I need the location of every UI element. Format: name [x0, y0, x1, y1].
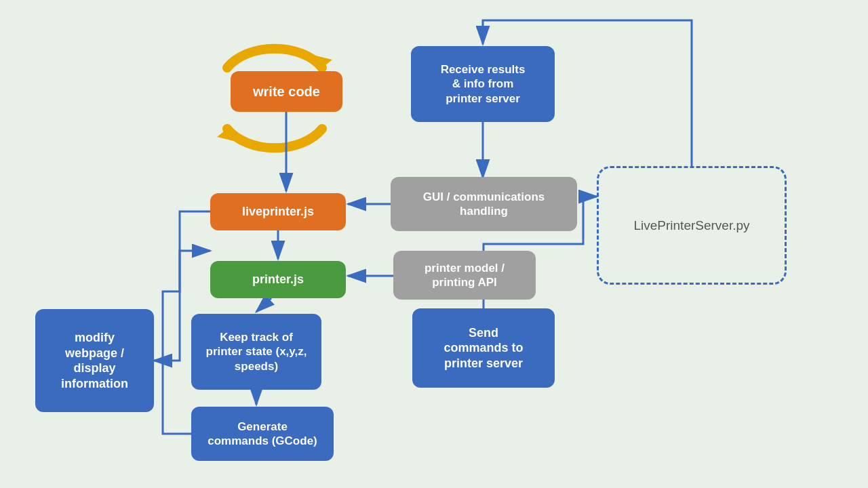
gui-comms-node: GUI / communications handling: [391, 177, 577, 231]
modify-webpage-node: modify webpage / display information: [35, 309, 154, 412]
write-code-node: write code: [231, 71, 342, 112]
modify-webpage-label: modify webpage / display information: [61, 330, 128, 391]
live-printer-server-node: LivePrinterServer.py: [597, 166, 787, 285]
liveprinter-js-node: liveprinter.js: [210, 193, 346, 230]
generate-gcode-node: Generate commands (GCode): [191, 407, 334, 461]
printer-model-label: printer model / printing API: [425, 261, 505, 290]
receive-results-label: Receive results & info from printer serv…: [441, 62, 526, 106]
receive-results-node: Receive results & info from printer serv…: [411, 46, 555, 122]
svg-line-9: [256, 298, 271, 312]
send-commands-node: Send commands to printer server: [412, 308, 555, 388]
keep-track-label: Keep track of printer state (x,y,z, spee…: [206, 330, 307, 373]
send-commands-label: Send commands to printer server: [443, 325, 523, 371]
generate-gcode-label: Generate commands (GCode): [208, 420, 317, 449]
printer-model-node: printer model / printing API: [393, 251, 536, 300]
keep-track-node: Keep track of printer state (x,y,z, spee…: [191, 314, 321, 390]
printer-js-node: printer.js: [210, 261, 346, 298]
diagram-container: write code Receive results & info from p…: [0, 0, 868, 488]
gui-comms-label: GUI / communications handling: [423, 190, 545, 219]
